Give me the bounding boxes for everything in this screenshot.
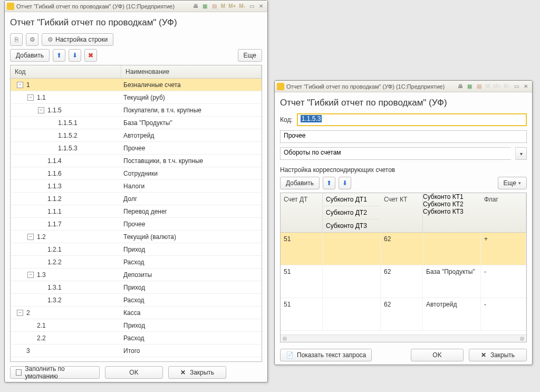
table-row[interactable]: 1.1.1Перевод денег [11,205,262,218]
table-row[interactable]: 1.3.2Расход [11,294,262,307]
name-input[interactable]: Прочее [280,130,527,143]
mem-mplus[interactable]: M+ [227,3,237,9]
code-input[interactable]: 1.1.5.3 [297,113,527,126]
add-button[interactable]: Добавить [10,49,50,62]
table-row[interactable]: 1.1.3Налоги [11,180,262,193]
table-row[interactable]: −1.3Депозиты [11,269,262,281]
table-row[interactable]: −1.2Текущий (валюта) [11,231,262,243]
mem-mminus[interactable]: M- [503,83,511,89]
mem-mminus[interactable]: M- [238,3,246,9]
table-row[interactable]: −1.1Текущий (руб) [11,91,262,104]
show-query-button[interactable]: 📄 Показать текст запроса [280,349,372,361]
row-code: 1.1.3 [47,183,62,190]
table-row[interactable]: 1.1.5.3Прочее [11,142,262,155]
table-row[interactable]: 1.2.2Расход [11,256,262,269]
add-node-button[interactable]: ⎘ [10,33,23,46]
table-row[interactable]: −1.1.5Покупатели, в т.ч. крупные [11,104,262,117]
type-combo[interactable]: Обороты по счетам [280,147,511,160]
ok-button[interactable]: OK [105,366,163,379]
table-row[interactable]: 5162+ [281,233,526,265]
add-button-2[interactable]: Добавить [280,177,320,189]
close-button[interactable]: ✕ Закрыть [168,366,226,379]
settings-button-1[interactable]: ⚙ [26,33,38,46]
table-row[interactable]: 1.1.6Сотрудники [11,167,262,180]
tree-toggle-icon[interactable]: − [27,234,34,240]
calc-icon[interactable]: ▤ [475,82,484,91]
col-sub-kt2[interactable]: Субконто КТ2 [423,200,481,208]
col-sub-kt3[interactable]: Субконто КТ3 [423,208,481,215]
row-name: Приход [121,244,262,255]
horizontal-scrollbar[interactable] [281,334,526,342]
more-button[interactable]: Еще [238,49,262,62]
move-up-button[interactable]: ⬆ [53,49,65,62]
minimize-icon[interactable]: ▭ [512,82,520,91]
table-row[interactable]: 2.2Расход [11,332,262,345]
col-kt[interactable]: Счет КТ [381,193,423,232]
mem-mplus[interactable]: M+ [492,83,502,89]
calendar-icon[interactable]: ▦ [466,82,474,91]
col-sub-dt1[interactable]: Субконто ДТ1 [323,193,381,206]
delete-button[interactable]: ✖ [84,49,97,62]
row-code: 1 [26,81,30,89]
row-name: Приход [121,320,262,331]
combo-dropdown-button[interactable]: ▾ [515,147,527,160]
row-code: 2 [26,309,30,317]
move-up-button-2[interactable]: ⬆ [323,177,335,189]
print-icon[interactable]: 🖶 [456,82,465,91]
table-row[interactable]: 5162Автотрейд- [281,298,526,331]
ok-button-2[interactable]: OK [411,349,464,361]
section-label: Настройка корреспондирующих счетов [280,166,527,174]
col-code-header[interactable]: Код [11,65,121,78]
table-row[interactable]: 3Итого [11,345,262,357]
table-row[interactable]: 1.1.4Поставщики, в т.ч. крупные [11,155,262,167]
cell-sub-kt [423,233,481,265]
close-icon[interactable]: ✕ [522,82,530,91]
table-row[interactable]: −2Касса [11,307,262,319]
close-button-2[interactable]: ✕ Закрыть [469,349,527,361]
move-down-button-2[interactable]: ⬇ [339,177,351,189]
show-query-label: Показать текст запроса [297,351,366,359]
table-row[interactable]: −1Безналичные счета [11,79,262,91]
table-row[interactable]: 5162База "Продукты"- [281,265,526,298]
row-settings-button[interactable]: ⚙ Настройка строки [42,33,113,46]
col-sub-dt3[interactable]: Субконто ДТ3 [323,219,381,232]
tree-toggle-icon[interactable]: − [17,82,23,88]
tree-body[interactable]: −1Безналичные счета−1.1Текущий (руб)−1.1… [11,79,262,361]
print-icon[interactable]: 🖶 [191,2,200,11]
table-row[interactable]: 1.1.7Прочее [11,218,262,231]
table-row[interactable]: 1.1.2Долг [11,193,262,205]
minimize-icon[interactable]: ▭ [247,2,256,11]
close-icon[interactable]: ✕ [257,2,265,11]
calendar-icon[interactable]: ▦ [201,2,209,11]
fill-defaults-button[interactable]: Заполнить по умолчанию [10,366,100,379]
calc-icon[interactable]: ▤ [210,2,219,11]
chevron-down-icon: ▾ [518,180,521,186]
table-row[interactable]: 1.1.5.2Автотрейд [11,129,262,142]
tree-toggle-icon[interactable]: − [38,107,44,113]
tree-toggle-icon[interactable]: − [17,310,23,316]
table-row[interactable]: 2.1Приход [11,319,262,332]
row-name: Покупатели, в т.ч. крупные [121,104,262,116]
table-row[interactable]: 1.1.5.1База "Продукты" [11,117,262,129]
tree-toggle-icon[interactable]: − [27,94,34,101]
table-row[interactable]: 1.2.1Приход [11,243,262,256]
tree-toggle-icon[interactable]: − [27,272,34,278]
col-sub-dt2[interactable]: Субконто ДТ2 [323,206,381,219]
col-sub-kt: Субконто КТ1 Субконто КТ2 Субконто КТ3 [423,193,481,232]
col-flag[interactable]: Флаг [481,193,526,232]
query-icon: 📄 [286,351,294,359]
col-dt[interactable]: Счет ДТ [281,193,323,232]
col-name-header[interactable]: Наименование [121,65,262,78]
mem-m[interactable]: M [220,3,226,9]
titlebar[interactable]: Отчет "Гибкий отчет по проводкам" (УФ) (… [5,1,267,12]
table-row[interactable]: 1.3.1Приход [11,281,262,294]
titlebar-2[interactable]: Отчет "Гибкий отчет по проводкам" (УФ) (… [275,81,532,92]
more-button-2[interactable]: Еще ▾ [498,177,527,189]
row-code: 2.1 [37,322,46,329]
mem-m[interactable]: M [485,83,491,89]
row-settings-label: Настройка строки [55,36,108,43]
checkbox-icon [16,369,22,376]
col-sub-kt1[interactable]: Субконто КТ1 [423,193,481,200]
move-down-button[interactable]: ⬇ [69,49,81,62]
accounts-body[interactable]: 5162+5162База "Продукты"-5162Автотрейд- [281,233,526,334]
